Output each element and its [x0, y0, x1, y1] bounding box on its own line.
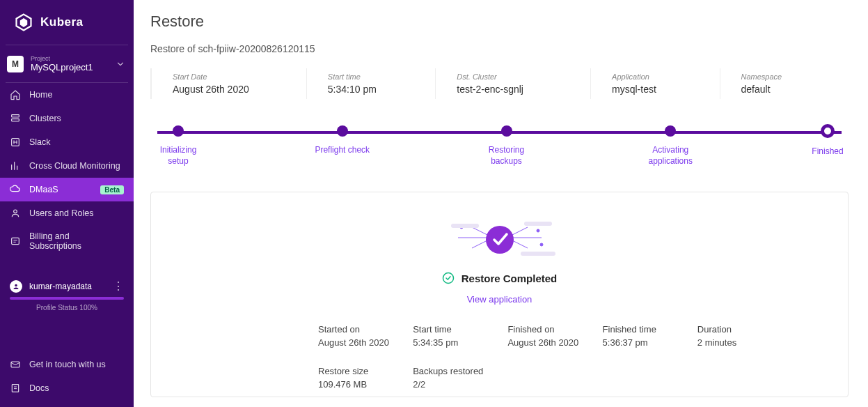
svg-point-8 — [15, 284, 17, 286]
progress-stepper: Initializing setup Preflight check Resto… — [150, 125, 849, 167]
monitoring-icon — [10, 160, 21, 171]
users-icon — [10, 208, 21, 219]
status-row: Restore Completed — [179, 272, 820, 284]
view-application-link[interactable]: View application — [179, 294, 820, 305]
sidebar-item-docs[interactable]: Docs — [0, 376, 134, 400]
svg-point-18 — [443, 273, 453, 284]
contact-icon — [10, 359, 21, 370]
sidebar-item-label: Clusters — [29, 114, 61, 123]
detail-duration: Duration2 minutes — [697, 324, 785, 348]
sidebar-item-label: Slack — [29, 137, 51, 147]
dmaas-icon — [10, 184, 21, 195]
meta-application: Application mysql-test — [591, 68, 720, 99]
user-name: kumar-mayadata — [29, 282, 106, 291]
slack-icon — [10, 137, 21, 148]
sidebar: Kubera M Project MySQLproject1 Home Clus… — [0, 0, 134, 407]
detail-backups-restored: Backups restored2/2 — [413, 366, 500, 390]
sidebar-item-label: Cross Cloud Monitoring — [29, 161, 120, 171]
result-card: Restore Completed View application Start… — [150, 192, 849, 397]
project-name: MySQLproject1 — [31, 62, 109, 72]
details-grid: Started onAugust 26th 2020 Start time5:3… — [179, 324, 820, 390]
profile-status: Profile Status 100% — [0, 304, 134, 324]
svg-point-5 — [14, 210, 17, 213]
sidebar-item-home[interactable]: Home — [0, 83, 134, 107]
step-finished: Finished — [807, 125, 849, 167]
step-activating: Activating applications — [642, 125, 698, 167]
sidebar-item-billing[interactable]: Billing and Subscriptions — [0, 225, 134, 257]
meta-start-date: Start Date August 26th 2020 — [152, 68, 307, 99]
svg-rect-6 — [12, 238, 19, 244]
success-illustration — [179, 213, 820, 262]
svg-point-17 — [486, 226, 514, 254]
sidebar-item-label: Users and Roles — [29, 208, 93, 218]
sidebar-item-label: Billing and Subscriptions — [29, 231, 124, 251]
svg-rect-16 — [521, 252, 555, 256]
svg-rect-10 — [12, 385, 18, 392]
home-icon — [10, 89, 21, 100]
meta-row: Start Date August 26th 2020 Start time 5… — [150, 68, 849, 99]
sidebar-item-label: Docs — [29, 383, 49, 393]
sidebar-item-label: DMaaS — [29, 185, 58, 194]
detail-finished-time: Finished time5:36:37 pm — [603, 324, 691, 348]
user-avatar-icon — [10, 280, 22, 293]
page-subtitle: Restore of sch-fpiiw-20200826120115 — [150, 43, 849, 54]
svg-rect-15 — [524, 222, 552, 226]
svg-point-12 — [540, 243, 543, 246]
detail-restore-size: Restore size109.476 MB — [318, 366, 406, 390]
svg-rect-14 — [451, 224, 479, 228]
page-title: Restore — [150, 13, 849, 31]
sidebar-item-contact[interactable]: Get in touch with us — [0, 353, 134, 376]
bottom-links: Get in touch with us Docs — [0, 353, 134, 407]
step-preflight: Preflight check — [315, 125, 370, 167]
sidebar-item-users[interactable]: Users and Roles — [0, 201, 134, 225]
meta-namespace: Namespace default — [720, 68, 849, 99]
profile-progress — [0, 297, 134, 304]
sidebar-item-label: Home — [29, 90, 52, 100]
chevron-down-icon — [116, 59, 125, 69]
kubera-logo-icon — [14, 13, 33, 32]
more-icon[interactable]: ⋮ — [113, 279, 124, 293]
sidebar-item-monitoring[interactable]: Cross Cloud Monitoring — [0, 154, 134, 178]
brand-logo[interactable]: Kubera — [0, 0, 134, 45]
svg-point-11 — [537, 229, 539, 232]
status-text: Restore Completed — [461, 272, 558, 284]
project-selector[interactable]: M Project MySQLproject1 — [0, 45, 134, 82]
sidebar-item-label: Get in touch with us — [29, 360, 106, 369]
clusters-icon — [10, 113, 21, 124]
step-initializing: Initializing setup — [150, 125, 206, 167]
user-row: kumar-mayadata ⋮ — [0, 271, 134, 297]
project-label: Project — [31, 55, 109, 62]
svg-marker-1 — [20, 18, 28, 27]
detail-finished-on: Finished onAugust 26th 2020 — [507, 324, 595, 348]
main-content: Restore Restore of sch-fpiiw-20200826120… — [134, 0, 868, 407]
sidebar-item-slack[interactable]: Slack — [0, 130, 134, 154]
billing-icon — [10, 236, 21, 247]
step-restoring: Restoring backups — [479, 125, 535, 167]
sidebar-item-dmaas[interactable]: DMaaS Beta — [0, 178, 134, 201]
brand-name: Kubera — [40, 15, 84, 29]
nav-list: Home Clusters Slack Cross Cloud Monitori… — [0, 83, 134, 257]
svg-rect-9 — [11, 362, 19, 367]
svg-rect-3 — [12, 119, 19, 121]
meta-start-time: Start time 5:34:10 pm — [307, 68, 436, 99]
svg-rect-2 — [12, 115, 19, 117]
check-circle-icon — [442, 272, 455, 284]
sidebar-item-clusters[interactable]: Clusters — [0, 107, 134, 130]
docs-icon — [10, 383, 21, 394]
detail-started-on: Started onAugust 26th 2020 — [318, 324, 406, 348]
detail-start-time: Start time5:34:35 pm — [413, 324, 500, 348]
meta-dst-cluster: Dst. Cluster test-2-enc-sgnlj — [436, 68, 591, 99]
project-avatar: M — [7, 56, 24, 72]
beta-badge: Beta — [100, 185, 124, 194]
